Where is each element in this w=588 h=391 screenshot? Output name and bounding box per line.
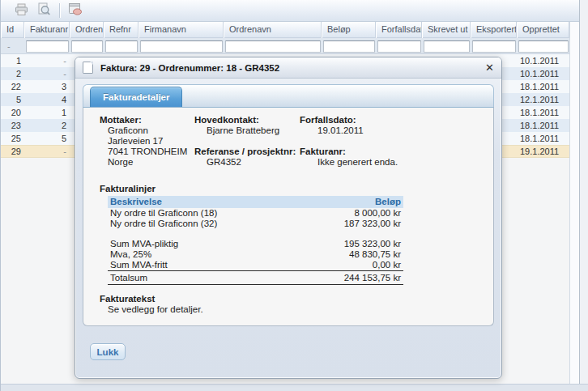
cell-opprettet: 18.1.2011 [517, 119, 569, 132]
summary-line-beskrivelse: Sum MVA-fritt [108, 260, 304, 270]
cell-opprettet: 12.1.2011 [517, 93, 569, 106]
filter-cell-4 [138, 38, 224, 54]
application-window: IdFakturanrOrdrenrRefnrFirmanavnOrdrenav… [0, 0, 588, 391]
cell-fakturanr: - [24, 67, 70, 80]
cell-fakturanr: - [24, 145, 70, 158]
cell-id: 5 [1, 93, 24, 106]
filter-cell-10 [517, 38, 569, 54]
mottaker-line: Graficonn [108, 125, 187, 136]
summary-line: Sum MVA-fritt0,00 kr [108, 260, 403, 271]
cell-fakturanr: - [24, 54, 70, 67]
summary-line-beskrivelse: Mva, 25% [108, 249, 304, 260]
dialog-titlebar[interactable]: Faktura: 29 - Ordrenummer: 18 - GR4352 ✕ [75, 57, 501, 79]
cell-fakturanr: 5 [24, 132, 70, 145]
dialog-title: Faktura: 29 - Ordrenummer: 18 - GR4352 [100, 63, 279, 73]
column-header-refnr[interactable]: Refnr [104, 22, 138, 38]
invoice-line-belop: 187 323,00 kr [304, 219, 403, 229]
invoice-dialog: Faktura: 29 - Ordrenummer: 18 - GR4352 ✕… [75, 57, 502, 379]
fakturalinjer-table: BeskrivelseBeløpNy ordre til Graficonn (… [108, 196, 403, 285]
fakturatekst-text: Se vedlegg for detaljer. [108, 304, 203, 315]
cell-id: 25 [1, 132, 24, 145]
toolbar-separator [59, 3, 61, 18]
filter-cell-9 [471, 38, 517, 54]
fakturalinjer-section: Fakturalinjer BeskrivelseBeløpNy ordre t… [100, 184, 406, 285]
cell-id: 23 [1, 119, 24, 132]
column-header-fakturanr[interactable]: Fakturanr [24, 22, 70, 38]
bottom-status-strip [1, 384, 588, 391]
mottaker-address: GraficonnJarleveien 177041 TRONDHEIMNorg… [108, 125, 187, 168]
filter-input-refnr[interactable] [105, 40, 138, 53]
search-preview-icon [37, 2, 51, 19]
dato-fakturanr-block: Forfallsdato: 19.01.2011 Fakturanr: Ikke… [300, 115, 398, 168]
column-header-bel-p[interactable]: Beløp [322, 22, 376, 38]
cell-fakturanr: 2 [24, 119, 70, 132]
filter-input-skrevet-ut[interactable] [424, 40, 470, 53]
total-line-beskrivelse: Totalsum [108, 271, 304, 284]
mottaker-label: Mottaker: [100, 115, 187, 125]
column-header-ordrenavn[interactable]: Ordrenavn [224, 22, 322, 38]
filter-cell-3 [104, 38, 138, 54]
export-button[interactable] [66, 2, 84, 19]
right-edge-strip [579, 0, 588, 384]
lines-header-beskrivelse: Beskrivelse [108, 196, 304, 208]
summary-line-belop: 0,00 kr [304, 260, 403, 270]
cell-opprettet: 18.1.2011 [517, 132, 569, 145]
export-icon [68, 2, 83, 19]
grid-filter-row: - [1, 38, 569, 54]
mottaker-block: Mottaker: GraficonnJarleveien 177041 TRO… [100, 115, 187, 168]
forfallsdato-label: Forfallsdato: [300, 115, 398, 125]
total-line: Totalsum244 153,75 kr [108, 271, 403, 285]
column-header-forfallsdato[interactable]: Forfallsdato [376, 22, 422, 38]
lukk-button[interactable]: Lukk [90, 343, 126, 360]
cell-opprettet: 19.1.2011 [517, 145, 569, 158]
filter-cell-7 [376, 38, 422, 54]
invoice-line-beskrivelse: Ny ordre til Graficonn (32) [108, 219, 304, 229]
filter-input-bel-p[interactable] [323, 40, 375, 53]
kontakt-referanse-block: Hovedkontakt: Bjarne Bratteberg Referans… [194, 115, 296, 168]
summary-line-beskrivelse: Sum MVA-pliktig [108, 239, 304, 249]
fakturanr-label: Fakturanr: [300, 147, 398, 157]
filter-input-ordrenr[interactable] [71, 40, 103, 53]
filter-input-eksportert[interactable] [472, 40, 516, 53]
print-button[interactable] [12, 2, 30, 19]
filter-dash: - [1, 41, 24, 51]
vertical-scrollbar[interactable] [569, 22, 579, 384]
forfallsdato-value: 19.01.2011 [317, 125, 398, 136]
column-header-skrevet-ut[interactable]: Skrevet ut [422, 22, 471, 38]
cell-opprettet: 10.1.2011 [517, 67, 569, 80]
column-header-id[interactable]: Id [1, 22, 24, 38]
fakturanr-value: Ikke generert enda. [317, 157, 398, 168]
cell-id: 20 [1, 106, 24, 119]
toolbar [1, 0, 579, 22]
fakturalinjer-heading: Fakturalinjer [100, 184, 406, 194]
hovedkontakt-value: Bjarne Bratteberg [207, 125, 296, 136]
cell-fakturanr: 1 [24, 106, 70, 119]
filter-cell-8 [422, 38, 471, 54]
filter-input-opprettet[interactable] [518, 40, 569, 53]
filter-cell-6 [322, 38, 376, 54]
cell-fakturanr: 3 [24, 80, 70, 93]
referanse-value: GR4352 [207, 157, 296, 168]
preview-button[interactable] [35, 2, 53, 19]
filter-cell-2 [70, 38, 104, 54]
column-header-eksportert[interactable]: Eksportert [471, 22, 517, 38]
summary-line-belop: 48 830,75 kr [304, 249, 403, 260]
print-icon [15, 3, 28, 19]
referanse-label: Referanse / prosjektnr: [194, 147, 296, 157]
column-header-opprettet[interactable]: Opprettet [517, 22, 569, 38]
column-header-ordrenr[interactable]: Ordrenr [70, 22, 104, 38]
invoice-line: Ny ordre til Graficonn (32)187 323,00 kr [108, 219, 403, 229]
cell-fakturanr: 4 [24, 93, 70, 106]
lines-header-belop: Beløp [304, 196, 403, 208]
cell-opprettet: 18.1.2011 [517, 80, 569, 93]
column-header-firmanavn[interactable]: Firmanavn [138, 22, 224, 38]
filter-input-forfallsdato[interactable] [377, 40, 421, 53]
filter-input-firmanavn[interactable] [140, 40, 223, 53]
lines-header: BeskrivelseBeløp [108, 196, 403, 208]
filter-input-ordrenavn[interactable] [225, 40, 321, 53]
invoice-line-belop: 8 000,00 kr [304, 208, 403, 219]
tab-fakturadetaljer[interactable]: Fakturadetaljer [90, 87, 182, 107]
filter-input-fakturanr[interactable] [26, 40, 69, 53]
mottaker-line: Jarleveien 17 [108, 136, 187, 147]
close-icon[interactable]: ✕ [485, 62, 494, 73]
